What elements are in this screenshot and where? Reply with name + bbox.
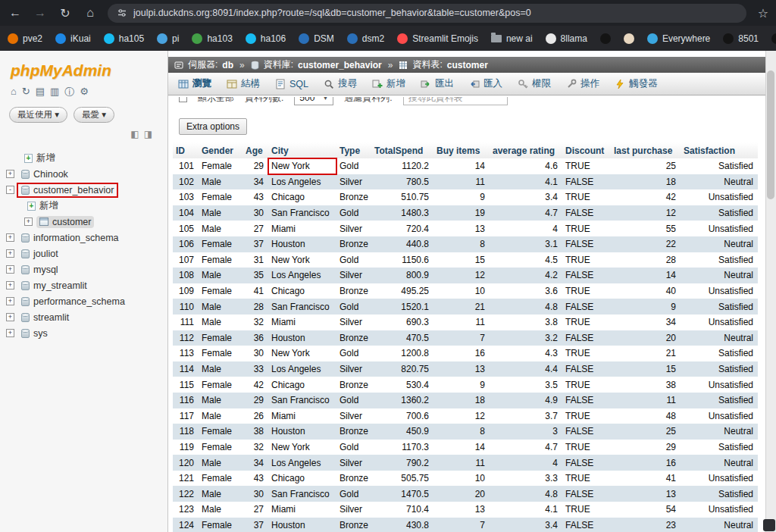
- table-cell[interactable]: 9: [433, 377, 490, 393]
- table-cell[interactable]: 29: [242, 158, 268, 174]
- table-cell[interactable]: Male: [199, 502, 242, 518]
- table-cell[interactable]: New York: [268, 346, 336, 361]
- table-cell[interactable]: 113: [173, 346, 199, 361]
- table-cell[interactable]: 800.9: [371, 268, 433, 283]
- table-cell[interactable]: 495.25: [371, 283, 433, 299]
- table-cell[interactable]: Silver: [336, 174, 371, 190]
- expand-icon[interactable]: +: [6, 249, 14, 258]
- table-cell[interactable]: 7: [433, 518, 490, 532]
- refresh-icon[interactable]: ↻: [58, 6, 73, 20]
- table-cell[interactable]: 700.6: [371, 408, 433, 424]
- tab-import[interactable]: 匯入: [462, 74, 509, 94]
- table-cell[interactable]: Chicago: [268, 471, 336, 487]
- table-cell[interactable]: 690.3: [371, 315, 433, 330]
- table-cell[interactable]: FALSE: [562, 424, 611, 440]
- collapse-all-icon[interactable]: ◧: [130, 129, 139, 139]
- tree-item-performance_schema[interactable]: +performance_schema: [0, 293, 167, 309]
- table-cell[interactable]: 470.5: [371, 330, 433, 346]
- table-cell[interactable]: Bronze: [336, 283, 371, 299]
- table-cell[interactable]: 30: [242, 205, 268, 221]
- table-link[interactable]: customer: [447, 60, 488, 70]
- table-cell[interactable]: Male: [199, 299, 242, 315]
- table-cell[interactable]: 13: [433, 221, 490, 236]
- table-cell[interactable]: Unsatisfied: [681, 502, 758, 518]
- table-cell[interactable]: Houston: [268, 518, 336, 532]
- table-cell[interactable]: Female: [199, 377, 242, 393]
- table-cell[interactable]: FALSE: [562, 330, 611, 346]
- table-cell[interactable]: Unsatisfied: [681, 283, 758, 299]
- table-cell[interactable]: 4.4: [490, 361, 562, 377]
- table-cell[interactable]: 12: [433, 408, 490, 424]
- table-cell[interactable]: 4.5: [490, 252, 562, 268]
- table-cell[interactable]: 34: [242, 455, 268, 471]
- table-cell[interactable]: 440.8: [371, 236, 433, 252]
- table-cell[interactable]: Female: [199, 518, 242, 532]
- table-cell[interactable]: 112: [173, 330, 199, 346]
- table-cell[interactable]: Silver: [336, 408, 371, 424]
- bookmark-item[interactable]: [600, 33, 611, 44]
- table-cell[interactable]: 14: [611, 268, 681, 283]
- table-cell[interactable]: FALSE: [562, 455, 611, 471]
- table-cell[interactable]: Female: [199, 236, 242, 252]
- table-cell[interactable]: Miami: [268, 408, 336, 424]
- bookmark-item-dsm2[interactable]: dsm2: [347, 33, 384, 44]
- table-cell[interactable]: TRUE: [562, 283, 611, 299]
- table-cell[interactable]: Bronze: [336, 518, 371, 532]
- table-cell[interactable]: FALSE: [562, 361, 611, 377]
- column-header-type[interactable]: Type: [336, 142, 371, 158]
- table-cell[interactable]: 118: [173, 424, 199, 440]
- table-cell[interactable]: 30: [242, 486, 268, 502]
- show-all-checkbox[interactable]: [179, 97, 187, 102]
- table-cell[interactable]: Female: [199, 471, 242, 487]
- table-cell[interactable]: FALSE: [562, 174, 611, 190]
- url-text[interactable]: joulpi.duckdns.org:8091/index.php?route=…: [133, 8, 531, 18]
- table-cell[interactable]: Bronze: [336, 189, 371, 205]
- tree-item-sys[interactable]: +sys: [0, 325, 167, 341]
- tree-item-streamlit[interactable]: +streamlit: [0, 309, 167, 325]
- table-cell[interactable]: 116: [173, 393, 199, 408]
- table-cell[interactable]: 510.75: [371, 189, 433, 205]
- table-cell[interactable]: 9: [433, 189, 490, 205]
- table-cell[interactable]: 32: [242, 315, 268, 330]
- table-cell[interactable]: 8: [433, 236, 490, 252]
- table-cell[interactable]: Unsatisfied: [681, 408, 758, 424]
- bookmark-item-pi[interactable]: pi: [157, 33, 179, 44]
- table-cell[interactable]: 40: [611, 283, 681, 299]
- bookmark-item-new-ai[interactable]: new ai: [491, 33, 533, 44]
- table-cell[interactable]: 31: [242, 252, 268, 268]
- table-cell[interactable]: FALSE: [562, 486, 611, 502]
- table-cell[interactable]: 4.8: [490, 486, 562, 502]
- table-cell[interactable]: 37: [242, 518, 268, 532]
- table-cell[interactable]: 820.75: [371, 361, 433, 377]
- table-cell[interactable]: 1480.3: [371, 205, 433, 221]
- table-cell[interactable]: Bronze: [336, 236, 371, 252]
- table-cell[interactable]: 3.4: [490, 189, 562, 205]
- table-cell[interactable]: Female: [199, 189, 242, 205]
- table-cell[interactable]: 35: [242, 268, 268, 283]
- table-cell[interactable]: Gold: [336, 440, 371, 455]
- table-cell[interactable]: TRUE: [562, 471, 611, 487]
- table-cell[interactable]: 117: [173, 408, 199, 424]
- home-icon[interactable]: ⌂: [83, 6, 98, 20]
- bookmark-item-8501[interactable]: 8501: [723, 33, 759, 44]
- tree-item-jouliot[interactable]: +jouliot: [0, 246, 167, 261]
- table-cell[interactable]: Male: [199, 315, 242, 330]
- table-cell[interactable]: Female: [199, 330, 242, 346]
- tree-item-my_streamlit[interactable]: +my_streamlit: [0, 277, 167, 293]
- table-cell[interactable]: FALSE: [562, 518, 611, 532]
- tab-triggers[interactable]: 觸發器: [608, 74, 665, 94]
- table-cell[interactable]: 27: [242, 221, 268, 236]
- tree-item-mysql[interactable]: +mysql: [0, 261, 167, 277]
- tree-item-customer_behavior[interactable]: -customer_behavior: [0, 182, 167, 198]
- table-cell[interactable]: Satisfied: [681, 361, 758, 377]
- rows-count-select[interactable]: 500▼: [294, 97, 333, 105]
- bookmark-item-8llama[interactable]: 8llama: [546, 33, 587, 44]
- unexpand-icon[interactable]: ◨: [144, 129, 152, 139]
- extra-options-button[interactable]: Extra options: [179, 118, 247, 135]
- table-cell[interactable]: 3.3: [490, 471, 562, 487]
- table-cell[interactable]: Male: [199, 361, 242, 377]
- table-cell[interactable]: FALSE: [562, 268, 611, 283]
- table-cell[interactable]: Chicago: [268, 377, 336, 393]
- table-cell[interactable]: 110: [173, 299, 199, 315]
- table-cell[interactable]: FALSE: [562, 236, 611, 252]
